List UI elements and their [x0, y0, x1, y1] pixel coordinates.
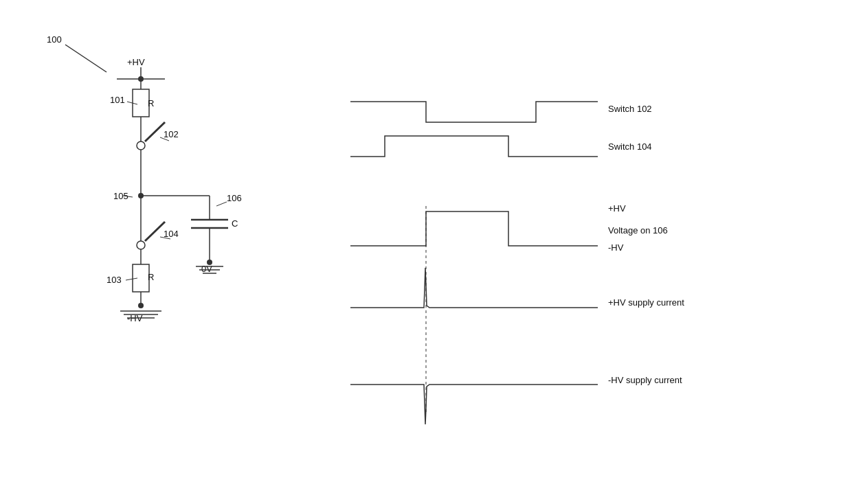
- label-supply-neg: -HV supply current: [608, 375, 682, 385]
- label-100: 100: [47, 34, 62, 45]
- label-voltage106: Voltage on 106: [608, 225, 668, 236]
- svg-point-26: [137, 241, 145, 249]
- label-104: 104: [164, 229, 179, 239]
- label-hv-plus: +HV: [127, 57, 145, 67]
- label-cap: C: [232, 218, 238, 229]
- svg-rect-5: [133, 89, 149, 117]
- label-101: 101: [110, 95, 125, 105]
- label-0v: 0V: [201, 264, 212, 274]
- label-switch104: Switch 104: [608, 141, 652, 152]
- svg-line-27: [145, 222, 165, 241]
- svg-point-9: [137, 141, 145, 150]
- svg-line-0: [65, 45, 106, 72]
- svg-line-10: [145, 122, 165, 141]
- svg-line-32: [126, 278, 137, 280]
- label-102: 102: [164, 129, 179, 139]
- label-hv-minus-wf: -HV: [608, 242, 624, 253]
- svg-rect-30: [133, 264, 149, 292]
- label-103: 103: [106, 275, 122, 285]
- svg-point-20: [207, 260, 212, 265]
- label-r-top: R: [148, 98, 154, 108]
- label-supply-pos: +HV supply current: [608, 297, 684, 308]
- label-106: 106: [227, 193, 242, 203]
- label-r-bot: R: [148, 272, 154, 282]
- label-hv-plus-wf: +HV: [608, 203, 626, 214]
- label-switch102: Switch 102: [608, 104, 652, 114]
- svg-line-24: [216, 202, 227, 206]
- svg-point-33: [138, 303, 144, 308]
- page-container: 100 +HV R 101 102 105 0V C 106: [0, 0, 852, 504]
